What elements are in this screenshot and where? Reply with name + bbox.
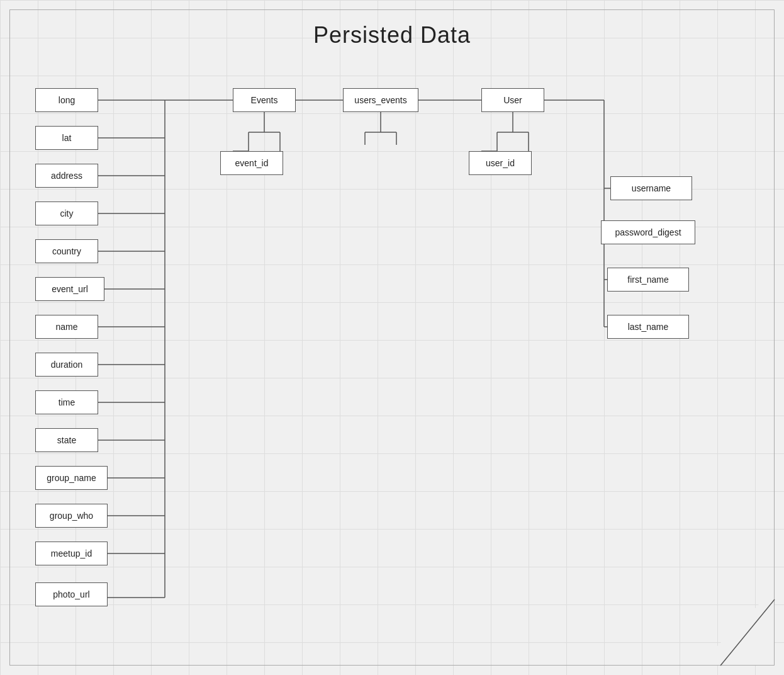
- node-name: name: [35, 315, 98, 339]
- node-event-url: event_url: [35, 277, 104, 301]
- node-group-who: group_who: [35, 504, 108, 528]
- node-user-id: user_id: [469, 151, 532, 175]
- node-username: username: [610, 176, 692, 200]
- node-first-name: first_name: [607, 268, 689, 292]
- node-meetup-id: meetup_id: [35, 542, 108, 565]
- node-photo-url: photo_url: [35, 582, 108, 606]
- node-events: Events: [233, 88, 296, 112]
- node-state: state: [35, 428, 98, 452]
- node-group-name: group_name: [35, 466, 108, 490]
- node-user: User: [481, 88, 544, 112]
- node-time: time: [35, 390, 98, 414]
- node-last-name: last_name: [607, 315, 689, 339]
- canvas: Persisted Data: [0, 0, 784, 675]
- node-event-id: event_id: [220, 151, 283, 175]
- node-address: address: [35, 164, 98, 188]
- node-city: city: [35, 201, 98, 225]
- node-users-events: users_events: [343, 88, 418, 112]
- node-country: country: [35, 239, 98, 263]
- page-title: Persisted Data: [0, 22, 784, 48]
- node-long: long: [35, 88, 98, 112]
- node-lat: lat: [35, 126, 98, 150]
- node-duration: duration: [35, 353, 98, 377]
- node-password-digest: password_digest: [601, 220, 695, 244]
